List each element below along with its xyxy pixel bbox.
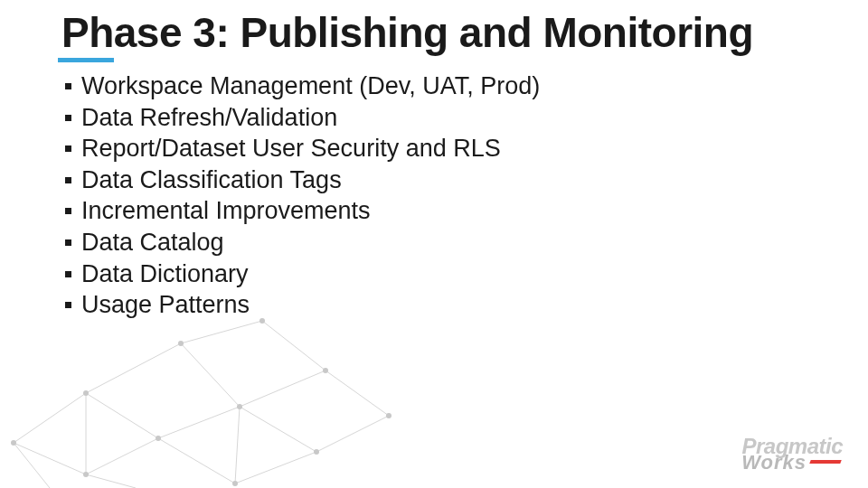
list-item: Report/Dataset User Security and RLS [65, 133, 807, 164]
list-item: Incremental Improvements [65, 195, 807, 227]
svg-point-21 [156, 436, 161, 441]
svg-line-10 [158, 438, 235, 483]
svg-point-27 [386, 413, 392, 418]
svg-point-25 [314, 449, 319, 455]
background-mesh-icon [0, 307, 434, 488]
svg-line-7 [86, 343, 181, 393]
svg-line-6 [181, 343, 240, 407]
list-item: Workspace Management (Dev, UAT, Prod) [65, 70, 807, 102]
svg-point-26 [232, 481, 238, 486]
svg-point-20 [83, 390, 89, 396]
svg-line-5 [158, 407, 240, 438]
svg-line-15 [181, 321, 262, 343]
svg-point-22 [83, 472, 89, 477]
list-item: Data Dictionary [65, 258, 807, 290]
logo-word-2: Works [741, 454, 841, 472]
svg-line-13 [326, 371, 389, 416]
svg-line-12 [316, 416, 389, 452]
title-underline [58, 58, 114, 62]
svg-point-28 [323, 368, 328, 373]
svg-line-1 [86, 393, 158, 438]
svg-line-14 [240, 371, 326, 407]
list-item: Data Refresh/Validation [65, 102, 807, 134]
bullet-list: Workspace Management (Dev, UAT, Prod) Da… [65, 70, 807, 320]
list-item: Usage Patterns [65, 289, 807, 321]
svg-line-3 [14, 443, 86, 474]
svg-point-23 [237, 404, 242, 409]
logo-word-2-text: Works [741, 451, 807, 474]
svg-line-17 [14, 443, 50, 488]
svg-line-11 [235, 407, 240, 483]
svg-line-9 [235, 452, 316, 483]
logo-accent-icon [809, 460, 841, 464]
brand-logo: Pragmatic Works [741, 436, 843, 472]
list-item: Data Catalog [65, 227, 807, 258]
svg-line-2 [86, 438, 158, 474]
title-block: Phase 3: Publishing and Monitoring [61, 11, 807, 54]
list-item: Data Classification Tags [65, 164, 807, 196]
svg-point-19 [11, 440, 16, 446]
slide-title: Phase 3: Publishing and Monitoring [61, 11, 807, 54]
svg-line-8 [240, 407, 316, 452]
svg-line-0 [14, 393, 86, 443]
svg-line-18 [86, 474, 136, 488]
svg-point-24 [178, 341, 184, 346]
slide: Phase 3: Publishing and Monitoring Works… [0, 0, 868, 488]
svg-line-16 [262, 321, 326, 371]
